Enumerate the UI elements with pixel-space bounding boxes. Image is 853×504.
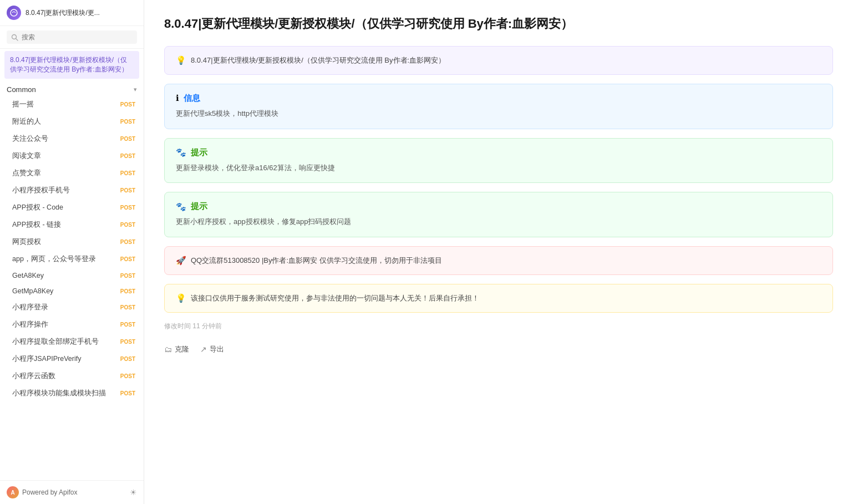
card-title: 提示 <box>191 201 207 212</box>
active-nav-item[interactable]: 8.0.47|更新代理模块/更新授权模块/（仅供学习研究交流使用 By作者:血影… <box>4 51 139 79</box>
card-title: 信息 <box>184 93 200 104</box>
card-text: QQ交流群513008520 |By作者:血影网安 仅供学习交流使用，切勿用于非… <box>191 256 442 266</box>
nav-item[interactable]: 小程序JSAPIPreVerify POST <box>0 350 144 368</box>
main-content: 8.0.47|更新代理模块/更新授权模块/（仅供学习研究使用 By作者:血影网安… <box>144 0 853 504</box>
nav-item-label: 附近的人 <box>12 117 119 126</box>
sidebar-header: 8.0.47|更新代理模块/更... <box>0 0 144 26</box>
nav-item-badge: POST <box>119 152 137 160</box>
card-body: 更新登录模块，优化登录a16/62算法，响应更快捷 <box>176 162 821 174</box>
export-icon: ↗ <box>200 345 207 354</box>
search-box <box>0 26 144 49</box>
nav-item-badge: POST <box>119 373 137 380</box>
nav-item[interactable]: 附近的人 POST <box>0 113 144 130</box>
nav-item-label: APP授权 - 链接 <box>12 220 119 230</box>
nav-item-label: 点赞文章 <box>12 169 119 178</box>
nav-item-badge: POST <box>119 338 137 345</box>
card-text: 8.0.47|更新代理模块/更新授权模块/（仅供学习研究交流使用 By作者:血影… <box>191 55 445 65</box>
section-label: Common <box>7 85 36 94</box>
card-header: 🐾 提示 <box>176 201 821 212</box>
nav-item-badge: POST <box>119 170 137 177</box>
nav-item-label: GetA8Key <box>12 272 119 279</box>
search-input-wrap[interactable] <box>7 30 137 44</box>
card-body: 更新代理sk5模块，http代理模块 <box>176 108 821 120</box>
clone-button[interactable]: 🗂 克隆 <box>164 344 189 354</box>
nav-item[interactable]: APP授权 - Code POST <box>0 199 144 216</box>
modified-time: 修改时间 11 分钟前 <box>164 322 833 331</box>
nav-item-label: APP授权 - Code <box>12 203 119 212</box>
cards-container: 💡 8.0.47|更新代理模块/更新授权模块/（仅供学习研究交流使用 By作者:… <box>164 46 833 313</box>
nav-item[interactable]: 小程序操作 POST <box>0 316 144 333</box>
card-icon: 🚀 <box>176 256 186 266</box>
card-icon: 🐾 <box>176 147 186 157</box>
nav-item-label: 小程序提取全部绑定手机号 <box>12 337 119 347</box>
nav-item-badge: POST <box>119 221 137 228</box>
nav-item[interactable]: APP授权 - 链接 POST <box>0 216 144 233</box>
nav-item-badge: POST <box>119 321 137 328</box>
card-text: 该接口仅供用于服务测试研究使用，参与非法使用的一切问题与本人无关！后果自行承担！ <box>191 293 479 303</box>
nav-item-label: 小程序云函数 <box>12 371 119 381</box>
clone-icon: 🗂 <box>164 345 172 354</box>
info-card-5: 💡 该接口仅供用于服务测试研究使用，参与非法使用的一切问题与本人无关！后果自行承… <box>164 284 833 313</box>
page-title-area: 8.0.47|更新代理模块/更新授权模块/（仅供学习研究使用 By作者:血影网安… <box>164 16 833 33</box>
card-icon: 🐾 <box>176 202 186 212</box>
nav-item[interactable]: 小程序提取全部绑定手机号 POST <box>0 333 144 350</box>
nav-item-badge: POST <box>119 135 137 142</box>
card-inline: 🚀 QQ交流群513008520 |By作者:血影网安 仅供学习交流使用，切勿用… <box>176 256 821 266</box>
info-card-0: 💡 8.0.47|更新代理模块/更新授权模块/（仅供学习研究交流使用 By作者:… <box>164 46 833 75</box>
page-title: 8.0.47|更新代理模块/更新授权模块/（仅供学习研究使用 By作者:血影网安… <box>164 16 833 33</box>
info-card-4: 🚀 QQ交流群513008520 |By作者:血影网安 仅供学习交流使用，切勿用… <box>164 246 833 275</box>
nav-item[interactable]: 摇一摇 POST <box>0 96 144 113</box>
svg-line-2 <box>16 38 18 40</box>
apifox-logo: A <box>7 486 19 498</box>
footer-left: A Powered by Apifox <box>7 486 77 498</box>
nav-item-label: app，网页，公众号等登录 <box>12 254 119 264</box>
nav-item-badge: POST <box>119 118 137 125</box>
nav-item[interactable]: GetMpA8Key POST <box>0 283 144 299</box>
sidebar-title: 8.0.47|更新代理模块/更... <box>26 8 100 18</box>
settings-icon[interactable]: ☀ <box>130 488 137 497</box>
common-section-header[interactable]: Common ▾ <box>0 81 144 96</box>
footer-brand-label: Powered by Apifox <box>22 488 77 496</box>
nav-item-label: 小程序模块功能集成模块扫描 <box>12 389 119 398</box>
export-label: 导出 <box>210 344 224 354</box>
card-icon: 💡 <box>176 55 186 65</box>
nav-item-label: 关注公众号 <box>12 134 119 144</box>
nav-item[interactable]: 网页授权 POST <box>0 233 144 251</box>
nav-item-label: 小程序登录 <box>12 303 119 312</box>
card-title: 提示 <box>191 147 207 158</box>
nav-items-list: 摇一摇 POST 附近的人 POST 关注公众号 POST 阅读文章 POST … <box>0 96 144 402</box>
search-input[interactable] <box>22 33 133 41</box>
nav-item-badge: POST <box>119 238 137 246</box>
card-icon: 💡 <box>176 293 186 303</box>
info-card-2: 🐾 提示 更新登录模块，优化登录a16/62算法，响应更快捷 <box>164 138 833 184</box>
nav-item-badge: POST <box>119 272 137 279</box>
nav-item-badge: POST <box>119 304 137 311</box>
info-card-3: 🐾 提示 更新小程序授权，app授权模块，修复app扫码授权问题 <box>164 192 833 237</box>
card-header: 🐾 提示 <box>176 147 821 158</box>
nav-item-badge: POST <box>119 390 137 397</box>
card-icon: ℹ <box>176 93 179 103</box>
nav-item[interactable]: 关注公众号 POST <box>0 130 144 147</box>
chevron-down-icon: ▾ <box>134 86 137 93</box>
nav-item-label: 小程序授权手机号 <box>12 186 119 195</box>
info-card-1: ℹ 信息 更新代理sk5模块，http代理模块 <box>164 84 833 129</box>
nav-item-badge: POST <box>119 355 137 363</box>
svg-point-0 <box>11 9 17 16</box>
nav-item-badge: POST <box>119 101 137 108</box>
nav-item[interactable]: 小程序云函数 POST <box>0 368 144 385</box>
nav-item[interactable]: GetA8Key POST <box>0 268 144 283</box>
nav-item[interactable]: 小程序模块功能集成模块扫描 POST <box>0 385 144 402</box>
nav-item[interactable]: 阅读文章 POST <box>0 147 144 165</box>
nav-item-badge: POST <box>119 288 137 295</box>
nav-item[interactable]: 小程序登录 POST <box>0 299 144 316</box>
export-button[interactable]: ↗ 导出 <box>200 344 224 354</box>
nav-item-label: GetMpA8Key <box>12 287 119 295</box>
nav-item[interactable]: app，网页，公众号等登录 POST <box>0 251 144 268</box>
nav-item-badge: POST <box>119 187 137 194</box>
nav-item-label: 小程序操作 <box>12 320 119 329</box>
sidebar: 8.0.47|更新代理模块/更... 8.0.47|更新代理模块/更新授权模块/… <box>0 0 144 504</box>
nav-item[interactable]: 点赞文章 POST <box>0 165 144 182</box>
sidebar-footer: A Powered by Apifox ☀ <box>0 480 144 504</box>
nav-item[interactable]: 小程序授权手机号 POST <box>0 182 144 199</box>
sidebar-nav: 8.0.47|更新代理模块/更新授权模块/（仅供学习研究交流使用 By作者:血影… <box>0 49 144 480</box>
